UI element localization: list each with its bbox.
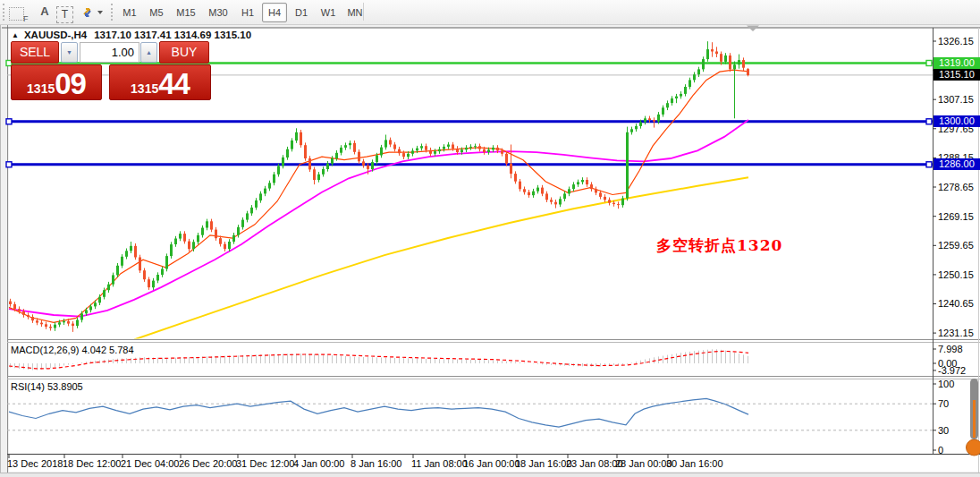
volume-decrease-button[interactable]: ▼ xyxy=(61,42,78,63)
rsi-current-value: 53.8905 xyxy=(47,381,83,392)
chart-text-annotation: 多空转折点1320 xyxy=(656,235,782,256)
buy-button[interactable]: BUY xyxy=(159,41,209,64)
one-click-trading-panel: SELL ▼ 1.00 ▲ BUY 131509 131544 xyxy=(11,41,209,99)
bid-price-pips: 09 xyxy=(55,69,86,99)
volume-input[interactable]: 1.00 xyxy=(80,42,139,63)
price-badge-1319.00: 1319.00 xyxy=(934,57,980,69)
symbol-period-title: XAUUSD-,H4 xyxy=(24,30,87,40)
collapse-one-click-icon[interactable]: ▲ xyxy=(12,31,19,39)
thermometer-icon xyxy=(966,377,980,459)
price-badge-1286.00: 1286.00 xyxy=(934,158,980,170)
macd-name: MACD(12,26,9) xyxy=(11,345,79,355)
volume-increase-button[interactable]: ▲ xyxy=(140,42,157,63)
price-badge-1315.10: 1315.10 xyxy=(934,69,980,81)
rsi-name: RSI(14) xyxy=(11,381,45,392)
sell-button[interactable]: SELL xyxy=(11,41,59,64)
macd-current-values: 4.042 5.784 xyxy=(81,345,133,355)
price-badge-1300.00: 1300.00 xyxy=(934,115,980,127)
rsi-indicator-label: RSI(14) 53.8905 xyxy=(11,381,83,392)
ask-price-whole: 1315 xyxy=(131,80,158,98)
bid-price-box[interactable]: 131509 xyxy=(11,64,102,100)
chart-header: ▲XAUUSD-,H41317.10 1317.41 1314.69 1315.… xyxy=(12,30,251,41)
bid-price-whole: 1315 xyxy=(27,80,55,98)
macd-indicator-label: MACD(12,26,9) 4.042 5.784 xyxy=(11,345,134,355)
ohlc-values: 1317.10 1317.41 1314.69 1315.10 xyxy=(94,30,251,40)
ask-price-pips: 44 xyxy=(158,69,190,99)
ask-price-box[interactable]: 131544 xyxy=(109,64,211,100)
